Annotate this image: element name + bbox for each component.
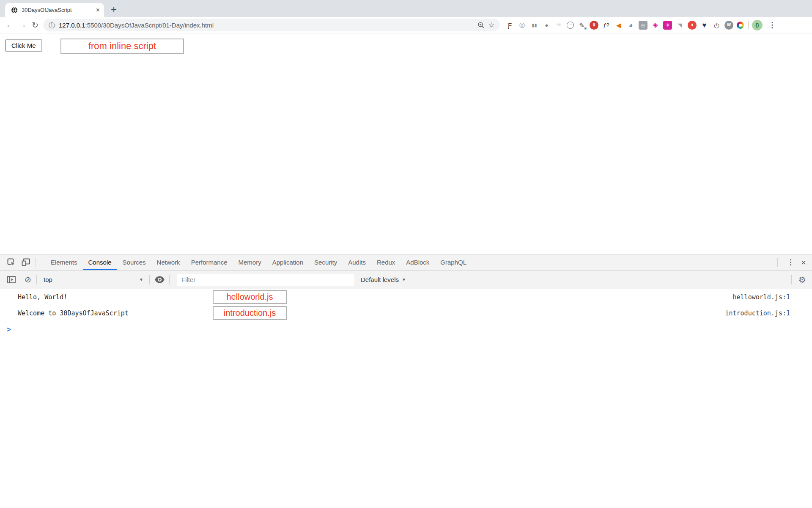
console-filter-input[interactable] (177, 274, 354, 286)
camera-extension-icon[interactable]: ◎ (639, 21, 647, 30)
separator (748, 21, 749, 29)
separator (791, 275, 792, 284)
orbit-extension-icon[interactable]: ◎ (518, 21, 527, 30)
adblock-hand-extension-icon[interactable]: Ⅲ (590, 21, 598, 30)
devtools-tab-redux[interactable]: Redux (371, 254, 401, 270)
devtools-tab-console[interactable]: Console (83, 254, 117, 270)
page-content: Click Me from inline script (0, 33, 812, 254)
megaphone-extension-icon[interactable]: ◀ (614, 21, 623, 30)
devtools-tab-security[interactable]: Security (309, 254, 343, 270)
tab-close-icon[interactable]: × (96, 7, 100, 14)
bug-extension-icon[interactable]: ● (542, 21, 551, 30)
separator (36, 258, 36, 267)
console-message-row: Welcome to 30DaysOfJavaScriptintroductio… (0, 305, 812, 321)
globe-favicon-icon (11, 7, 18, 14)
devtools-close-icon[interactable]: × (801, 258, 806, 267)
forward-icon[interactable]: → (16, 20, 29, 30)
devtools-tab-application[interactable]: Application (267, 254, 309, 270)
browser-tab[interactable]: 30DaysOfJavaScript × (5, 3, 104, 17)
zoom-magnifier-icon[interactable] (477, 22, 485, 29)
bookmark-star-icon[interactable]: ☆ (488, 22, 495, 29)
browser-menu-icon[interactable]: ⋮ (767, 20, 778, 30)
clear-console-icon[interactable]: ⊘ (22, 275, 34, 284)
separator (36, 275, 37, 284)
color-wheel-extension-icon[interactable] (737, 22, 744, 29)
w-circle-extension-icon[interactable]: W (724, 21, 733, 30)
console-settings-gear-icon[interactable]: ⚙ (798, 275, 806, 285)
console-message-text: Hello, World! (18, 293, 67, 301)
devtools-tab-sources[interactable]: Sources (117, 254, 151, 270)
dark-circle-extension-icon[interactable]: ◷ (712, 21, 721, 30)
reload-icon[interactable]: ↻ (29, 20, 41, 30)
separator (149, 275, 150, 284)
site-info-icon[interactable]: ⓘ (49, 22, 55, 28)
inspect-element-icon[interactable] (4, 258, 19, 267)
devtools-tab-adblock[interactable]: AdBlock (401, 254, 435, 270)
pink-grid-extension-icon[interactable]: ✳ (663, 21, 672, 30)
url-host: 127.0.0.1 (59, 22, 85, 29)
corner-arrow-extension-icon[interactable]: ◥ (675, 21, 684, 30)
devtools-tab-network[interactable]: Network (151, 254, 186, 270)
url-path: :5500/30DaysOfJavaScript/01-Day/index.ht… (85, 22, 214, 29)
console-message-row: Hello, World!helloworld.jshelloworld.js:… (0, 289, 812, 305)
back-icon[interactable]: ← (3, 20, 16, 30)
frame-context-dropdown[interactable]: top ▼ (41, 276, 147, 283)
devtools-menu-icon[interactable]: ⋮ (787, 258, 794, 267)
heart-search-extension-icon[interactable]: ♥ (700, 21, 709, 30)
console-output: Hello, World!helloworld.jshelloworld.js:… (0, 289, 812, 337)
annotation-label: introduction.js (213, 306, 287, 320)
frame-context-value: top (44, 276, 52, 283)
console-prompt-chevron-icon: > (7, 325, 11, 334)
device-toolbar-icon[interactable] (19, 258, 33, 266)
log-levels-value: Default levels (361, 276, 399, 283)
json-brackets-extension-icon[interactable]: ··· (567, 22, 574, 29)
console-sidebar-toggle-icon[interactable] (4, 276, 19, 283)
devtools-tab-audits[interactable]: Audits (343, 254, 371, 270)
inline-script-banner: from inline script (60, 39, 184, 54)
console-toolbar: ⊘ top ▼ Default levels ▼ ⚙ (0, 271, 812, 289)
new-tab-button[interactable]: + (111, 5, 117, 14)
function-question-extension-icon[interactable]: ƒ? (602, 21, 611, 30)
console-prompt-row[interactable]: > (0, 321, 812, 337)
columns-extension-icon[interactable]: ▮▮ (530, 21, 539, 30)
console-message-text: Welcome to 30DaysOfJavaScript (18, 309, 129, 317)
graphql-extension-icon[interactable]: ◈ (651, 21, 660, 30)
extensions-bar: Ƒ◎▮▮●✳···✎■Ⅲƒ?◀◕◎◈✳◥▮♥◷W (505, 21, 744, 30)
console-messages: Hello, World!helloworld.jshelloworld.js:… (0, 289, 812, 321)
devtools-tab-list: ElementsConsoleSourcesNetworkPerformance… (45, 254, 472, 270)
browser-tab-strip: 30DaysOfJavaScript × + (0, 0, 812, 17)
log-levels-dropdown[interactable]: Default levels ▼ (361, 276, 406, 283)
devtools-tab-graphql[interactable]: GraphQL (435, 254, 472, 270)
devtools-tab-bar: ElementsConsoleSourcesNetworkPerformance… (0, 254, 812, 271)
annotation-label: helloworld.js (213, 290, 287, 304)
devtools-tab-performance[interactable]: Performance (186, 254, 233, 270)
devtools-tab-elements[interactable]: Elements (45, 254, 83, 270)
tab-title: 30DaysOfJavaScript (22, 7, 92, 13)
profile-avatar[interactable]: {} (752, 20, 763, 30)
separator (169, 275, 170, 284)
devtools-tab-memory[interactable]: Memory (233, 254, 267, 270)
red-bookmark-extension-icon[interactable]: ▮ (688, 21, 697, 30)
console-source-link[interactable]: introduction.js:1 (725, 309, 790, 317)
click-me-button[interactable]: Click Me (5, 39, 42, 52)
chevron-down-icon: ▼ (139, 277, 143, 282)
blue-swirl-extension-icon[interactable]: ◕ (626, 21, 635, 30)
live-expression-eye-icon[interactable] (152, 276, 167, 283)
browser-toolbar: ← → ↻ ⓘ 127.0.0.1:5500/30DaysOfJavaScrip… (0, 17, 812, 33)
devtools-panel: ElementsConsoleSourcesNetworkPerformance… (0, 254, 812, 508)
separator (777, 258, 778, 267)
console-source-link[interactable]: helloworld.js:1 (733, 293, 790, 301)
eyedropper-extension-icon[interactable]: ✎■ (577, 21, 586, 30)
address-bar[interactable]: ⓘ 127.0.0.1:5500/30DaysOfJavaScript/01-D… (43, 19, 500, 31)
react-devtools-extension-icon[interactable]: ✳ (554, 21, 563, 30)
f-typography-extension-icon[interactable]: Ƒ (505, 21, 514, 30)
chevron-down-icon: ▼ (402, 277, 406, 282)
url-text: 127.0.0.1:5500/30DaysOfJavaScript/01-Day… (59, 22, 474, 29)
